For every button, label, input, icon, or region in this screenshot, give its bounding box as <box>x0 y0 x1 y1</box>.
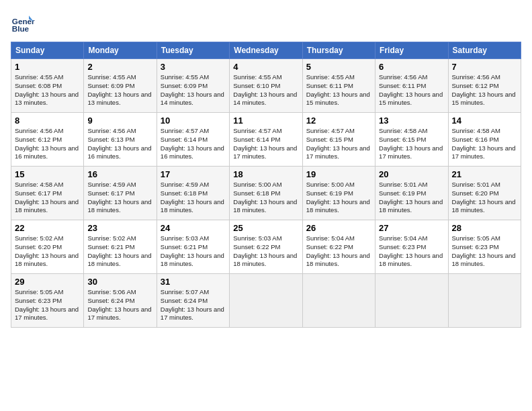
day-info: Sunrise: 5:02 AMSunset: 6:21 PMDaylight:… <box>87 234 152 269</box>
calendar-cell: 4Sunrise: 4:55 AMSunset: 6:10 PMDaylight… <box>230 59 302 113</box>
calendar-cell: 15Sunrise: 4:58 AMSunset: 6:17 PMDayligh… <box>11 167 84 220</box>
calendar-cell: 3Sunrise: 4:55 AMSunset: 6:09 PMDaylight… <box>157 59 229 113</box>
day-info: Sunrise: 4:55 AMSunset: 6:09 PMDaylight:… <box>161 73 226 107</box>
column-header-tuesday: Tuesday <box>157 42 229 59</box>
calendar-cell: 23Sunrise: 5:02 AMSunset: 6:21 PMDayligh… <box>84 220 157 274</box>
day-number: 20 <box>379 169 444 179</box>
calendar-cell: 5Sunrise: 4:55 AMSunset: 6:11 PMDaylight… <box>302 59 375 113</box>
day-info: Sunrise: 4:59 AMSunset: 6:18 PMDaylight:… <box>161 181 226 215</box>
column-header-monday: Monday <box>84 42 157 59</box>
calendar-cell: 11Sunrise: 4:57 AMSunset: 6:14 PMDayligh… <box>230 113 302 167</box>
day-number: 7 <box>452 62 517 72</box>
day-number: 2 <box>87 62 152 72</box>
calendar-week-4: 22Sunrise: 5:02 AMSunset: 6:20 PMDayligh… <box>11 220 521 274</box>
calendar-cell: 14Sunrise: 4:58 AMSunset: 6:16 PMDayligh… <box>448 113 521 167</box>
day-number: 19 <box>306 169 371 179</box>
calendar-cell: 2Sunrise: 4:55 AMSunset: 6:09 PMDaylight… <box>84 59 157 113</box>
calendar-cell: 1Sunrise: 4:55 AMSunset: 6:08 PMDaylight… <box>11 59 84 113</box>
day-number: 23 <box>87 223 152 233</box>
day-info: Sunrise: 5:05 AMSunset: 6:23 PMDaylight:… <box>15 288 80 322</box>
day-number: 3 <box>161 62 226 72</box>
day-number: 10 <box>161 116 226 126</box>
calendar-week-2: 8Sunrise: 4:56 AMSunset: 6:12 PMDaylight… <box>11 113 521 167</box>
day-info: Sunrise: 5:04 AMSunset: 6:23 PMDaylight:… <box>379 234 444 269</box>
day-number: 27 <box>379 223 444 233</box>
calendar-cell: 10Sunrise: 4:57 AMSunset: 6:14 PMDayligh… <box>157 113 229 167</box>
calendar-table: SundayMondayTuesdayWednesdayThursdayFrid… <box>11 42 521 328</box>
calendar-cell <box>230 274 302 328</box>
day-info: Sunrise: 4:57 AMSunset: 6:14 PMDaylight:… <box>161 127 226 161</box>
day-info: Sunrise: 4:58 AMSunset: 6:17 PMDaylight:… <box>15 181 80 215</box>
calendar-cell: 28Sunrise: 5:05 AMSunset: 6:23 PMDayligh… <box>448 220 521 274</box>
day-number: 29 <box>15 277 80 287</box>
calendar-cell: 24Sunrise: 5:03 AMSunset: 6:21 PMDayligh… <box>157 220 229 274</box>
calendar-cell: 30Sunrise: 5:06 AMSunset: 6:24 PMDayligh… <box>84 274 157 328</box>
day-info: Sunrise: 4:58 AMSunset: 6:16 PMDaylight:… <box>452 127 517 161</box>
day-info: Sunrise: 4:55 AMSunset: 6:08 PMDaylight:… <box>15 73 80 107</box>
day-number: 21 <box>452 169 517 179</box>
calendar-cell <box>448 274 521 328</box>
day-number: 28 <box>452 223 517 233</box>
calendar-cell: 16Sunrise: 4:59 AMSunset: 6:17 PMDayligh… <box>84 167 157 220</box>
day-info: Sunrise: 4:57 AMSunset: 6:14 PMDaylight:… <box>233 127 298 161</box>
column-header-saturday: Saturday <box>448 42 521 59</box>
day-info: Sunrise: 5:05 AMSunset: 6:23 PMDaylight:… <box>452 234 517 269</box>
day-number: 30 <box>87 277 152 287</box>
calendar-cell: 7Sunrise: 4:56 AMSunset: 6:12 PMDaylight… <box>448 59 521 113</box>
day-number: 31 <box>161 277 226 287</box>
calendar-cell: 22Sunrise: 5:02 AMSunset: 6:20 PMDayligh… <box>11 220 84 274</box>
day-info: Sunrise: 4:56 AMSunset: 6:12 PMDaylight:… <box>15 127 80 161</box>
logo-icon: General Blue <box>11 11 35 35</box>
day-info: Sunrise: 4:55 AMSunset: 6:10 PMDaylight:… <box>233 73 298 107</box>
day-number: 14 <box>452 116 517 126</box>
page-header: General Blue <box>11 11 521 35</box>
day-info: Sunrise: 5:02 AMSunset: 6:20 PMDaylight:… <box>15 234 80 269</box>
calendar-cell: 17Sunrise: 4:59 AMSunset: 6:18 PMDayligh… <box>157 167 229 220</box>
logo: General Blue <box>11 11 35 35</box>
day-number: 6 <box>379 62 444 72</box>
day-info: Sunrise: 4:56 AMSunset: 6:12 PMDaylight:… <box>452 73 517 107</box>
day-number: 15 <box>15 169 80 179</box>
day-number: 25 <box>233 223 298 233</box>
calendar-cell <box>375 274 448 328</box>
day-info: Sunrise: 4:55 AMSunset: 6:11 PMDaylight:… <box>306 73 371 107</box>
calendar-cell: 31Sunrise: 5:07 AMSunset: 6:24 PMDayligh… <box>157 274 229 328</box>
column-header-thursday: Thursday <box>302 42 375 59</box>
day-info: Sunrise: 5:03 AMSunset: 6:22 PMDaylight:… <box>233 234 298 269</box>
day-info: Sunrise: 4:55 AMSunset: 6:09 PMDaylight:… <box>87 73 152 107</box>
column-header-sunday: Sunday <box>11 42 84 59</box>
day-info: Sunrise: 5:00 AMSunset: 6:18 PMDaylight:… <box>233 181 298 215</box>
day-info: Sunrise: 4:56 AMSunset: 6:13 PMDaylight:… <box>87 127 152 161</box>
svg-text:Blue: Blue <box>12 24 30 33</box>
day-info: Sunrise: 4:58 AMSunset: 6:15 PMDaylight:… <box>379 127 444 161</box>
day-number: 9 <box>87 116 152 126</box>
day-number: 26 <box>306 223 371 233</box>
day-number: 16 <box>87 169 152 179</box>
day-number: 17 <box>161 169 226 179</box>
day-info: Sunrise: 5:01 AMSunset: 6:20 PMDaylight:… <box>452 181 517 215</box>
calendar-cell: 19Sunrise: 5:00 AMSunset: 6:19 PMDayligh… <box>302 167 375 220</box>
day-info: Sunrise: 4:56 AMSunset: 6:11 PMDaylight:… <box>379 73 444 107</box>
day-info: Sunrise: 5:06 AMSunset: 6:24 PMDaylight:… <box>87 288 152 322</box>
calendar-cell <box>302 274 375 328</box>
day-number: 11 <box>233 116 298 126</box>
day-info: Sunrise: 5:03 AMSunset: 6:21 PMDaylight:… <box>161 234 226 269</box>
calendar-cell: 6Sunrise: 4:56 AMSunset: 6:11 PMDaylight… <box>375 59 448 113</box>
calendar-cell: 26Sunrise: 5:04 AMSunset: 6:22 PMDayligh… <box>302 220 375 274</box>
calendar-cell: 13Sunrise: 4:58 AMSunset: 6:15 PMDayligh… <box>375 113 448 167</box>
day-number: 13 <box>379 116 444 126</box>
calendar-cell: 12Sunrise: 4:57 AMSunset: 6:15 PMDayligh… <box>302 113 375 167</box>
calendar-cell: 21Sunrise: 5:01 AMSunset: 6:20 PMDayligh… <box>448 167 521 220</box>
calendar-cell: 18Sunrise: 5:00 AMSunset: 6:18 PMDayligh… <box>230 167 302 220</box>
day-number: 18 <box>233 169 298 179</box>
day-number: 5 <box>306 62 371 72</box>
day-info: Sunrise: 5:01 AMSunset: 6:19 PMDaylight:… <box>379 181 444 215</box>
column-header-friday: Friday <box>375 42 448 59</box>
calendar-cell: 27Sunrise: 5:04 AMSunset: 6:23 PMDayligh… <box>375 220 448 274</box>
calendar-cell: 20Sunrise: 5:01 AMSunset: 6:19 PMDayligh… <box>375 167 448 220</box>
day-number: 1 <box>15 62 80 72</box>
column-header-wednesday: Wednesday <box>230 42 302 59</box>
day-number: 4 <box>233 62 298 72</box>
day-info: Sunrise: 5:04 AMSunset: 6:22 PMDaylight:… <box>306 234 371 269</box>
day-info: Sunrise: 5:07 AMSunset: 6:24 PMDaylight:… <box>161 288 226 322</box>
